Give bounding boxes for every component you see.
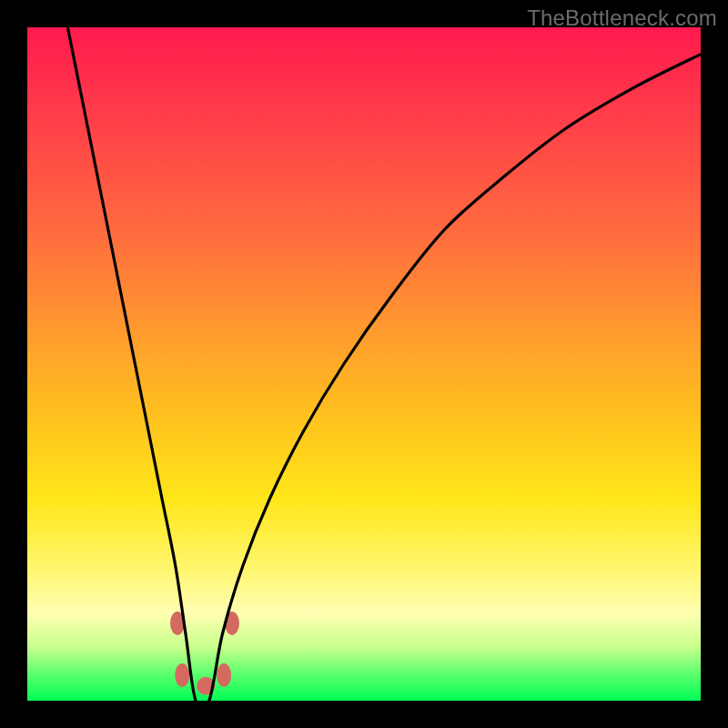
chart-marker (217, 663, 231, 687)
bottleneck-curve (67, 27, 701, 709)
chart-markers (170, 612, 239, 695)
chart-outer-frame: TheBottleneck.com (0, 0, 728, 728)
watermark-text: TheBottleneck.com (527, 5, 717, 31)
chart-plot-area (27, 27, 701, 701)
chart-marker (175, 663, 189, 687)
chart-svg (27, 27, 701, 701)
